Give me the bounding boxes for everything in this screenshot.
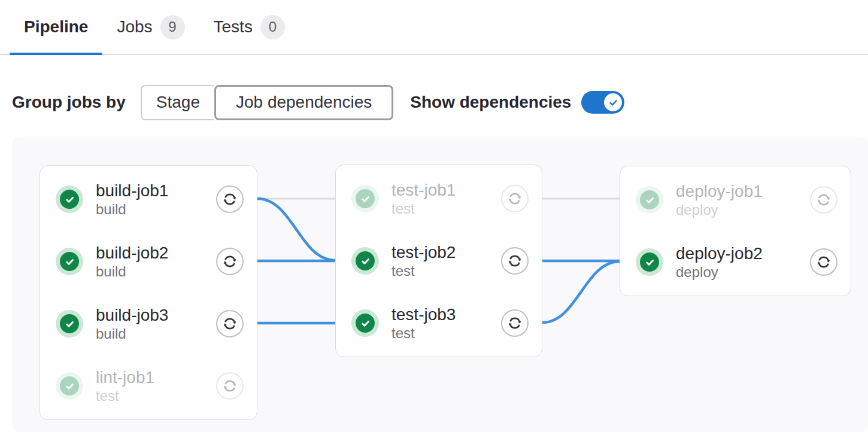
pipeline-tab-bar: Pipeline Jobs 9 Tests 0 [0, 0, 868, 55]
show-dependencies-label: Show dependencies [410, 93, 571, 112]
tab-jobs-label: Jobs [117, 17, 152, 36]
job-stage-label: build [96, 263, 168, 280]
job-pill[interactable]: deploy-job2deploy [620, 231, 851, 293]
job-pill[interactable]: test-job2test [336, 230, 542, 292]
status-success-icon [60, 190, 79, 209]
retry-icon [816, 254, 831, 270]
retry-job-button[interactable] [501, 309, 529, 337]
pipeline-graph-panel: build-job1build build-job2build [12, 136, 868, 432]
job-name: build-job1 [96, 181, 168, 201]
job-name: test-job3 [391, 305, 456, 325]
retry-icon [507, 253, 523, 269]
job-text: deploy-job2deploy [676, 244, 763, 281]
job-stage-label: deploy [676, 202, 763, 218]
status-success-icon [356, 189, 375, 208]
job-name: deploy-job1 [676, 181, 763, 202]
job-pill[interactable]: test-job1test [336, 168, 542, 230]
status-success-icon [60, 376, 79, 396]
job-stage-label: build [96, 201, 168, 218]
pipeline-page: Pipeline Jobs 9 Tests 0 Group jobs by St… [0, 0, 868, 432]
group-by-job-dependencies-button[interactable]: Job dependencies [214, 85, 393, 120]
status-success-icon [640, 252, 659, 272]
retry-job-button[interactable] [216, 185, 244, 213]
status-success-icon [60, 314, 79, 333]
job-text: lint-job1test [96, 367, 154, 404]
retry-job-button[interactable] [501, 247, 529, 275]
job-group-card: build-job1build build-job2build [40, 165, 257, 420]
job-stage-label: deploy [676, 264, 763, 281]
status-success-icon [60, 252, 79, 271]
group-by-job-dependencies-label: Job dependencies [236, 93, 372, 112]
retry-job-button[interactable] [501, 185, 529, 212]
retry-icon [222, 254, 238, 269]
tab-jobs[interactable]: Jobs 9 [102, 0, 199, 54]
job-text: build-job1build [96, 181, 168, 218]
job-stage-label: test [391, 325, 456, 342]
job-pill[interactable]: test-job3test [336, 292, 542, 354]
job-text: build-job3build [96, 305, 168, 342]
group-jobs-by-label: Group jobs by [12, 93, 126, 112]
job-text: deploy-job1deploy [676, 181, 763, 218]
retry-job-button[interactable] [216, 372, 244, 400]
group-by-stage-label: Stage [156, 93, 200, 112]
retry-icon [507, 191, 523, 206]
job-name: build-job2 [96, 243, 168, 263]
job-group-card: test-job1test test-job2test [335, 165, 542, 357]
dependency-link-test-job3-deploy-job2 [542, 261, 620, 323]
job-stage-label: test [96, 388, 154, 404]
tab-pipeline[interactable]: Pipeline [10, 0, 102, 54]
job-text: test-job3test [391, 305, 456, 342]
jobs-count-badge: 9 [160, 15, 185, 39]
status-success-icon [356, 314, 375, 333]
job-pill[interactable]: build-job1build [40, 168, 257, 230]
dependency-link-build-job1-test-job2 [257, 199, 335, 260]
job-name: lint-job1 [96, 367, 154, 388]
job-pill[interactable]: lint-job1test [40, 355, 257, 417]
show-dependencies-toggle[interactable] [581, 91, 624, 114]
job-name: test-job2 [391, 242, 456, 263]
job-name: test-job1 [391, 180, 456, 200]
job-text: test-job1test [391, 180, 456, 217]
status-success-icon [356, 251, 375, 270]
retry-icon [222, 378, 238, 394]
tab-tests-label: Tests [214, 17, 253, 36]
retry-job-button[interactable] [810, 186, 837, 214]
job-text: test-job2test [391, 242, 456, 279]
retry-job-button[interactable] [216, 248, 244, 275]
job-name: build-job3 [96, 305, 168, 325]
job-stage-label: test [391, 200, 456, 217]
tests-count-badge: 0 [260, 15, 285, 39]
job-text: build-job2build [96, 243, 168, 280]
group-jobs-segmented-control: Stage Job dependencies [141, 85, 393, 120]
job-pill[interactable]: build-job3build [40, 293, 257, 355]
retry-icon [816, 192, 831, 208]
toggle-knob-check-icon [604, 93, 622, 111]
job-group-card: deploy-job1deploy deploy-job2deploy [620, 166, 851, 296]
tab-tests[interactable]: Tests 0 [199, 0, 299, 54]
job-name: deploy-job2 [676, 244, 763, 264]
job-pill[interactable]: build-job2build [40, 230, 257, 293]
job-pill[interactable]: deploy-job1deploy [620, 169, 851, 231]
retry-job-button[interactable] [810, 248, 837, 276]
status-success-icon [640, 190, 659, 209]
retry-icon [507, 315, 523, 331]
retry-icon [222, 316, 238, 331]
tab-pipeline-label: Pipeline [24, 17, 88, 36]
job-stage-label: build [96, 325, 168, 342]
graph-controls: Group jobs by Stage Job dependencies Sho… [12, 84, 856, 120]
group-by-stage-button[interactable]: Stage [141, 85, 214, 120]
retry-icon [222, 191, 238, 207]
job-stage-label: test [391, 263, 456, 279]
retry-job-button[interactable] [216, 310, 244, 337]
